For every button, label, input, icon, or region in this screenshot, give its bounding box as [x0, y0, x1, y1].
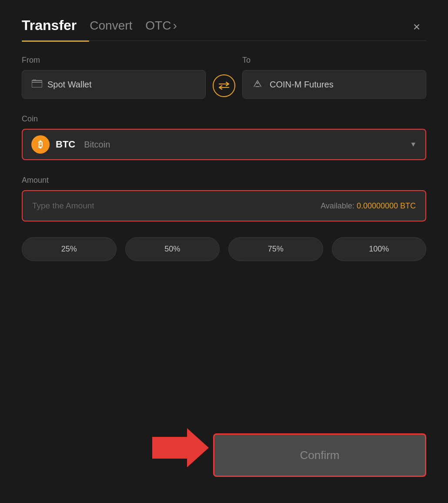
from-wallet-text: Spot Wallet — [47, 80, 92, 90]
svg-rect-1 — [33, 80, 36, 81]
to-section: To COIN-M Futures — [242, 56, 426, 99]
coin-section: Coin ₿ BTC Bitcoin ▼ — [22, 114, 426, 160]
amount-section: Amount Available: 0.00000000 BTC — [22, 176, 426, 221]
otc-chevron-icon: › — [173, 19, 177, 33]
coin-dropdown[interactable]: ₿ BTC Bitcoin ▼ — [22, 129, 426, 160]
percent-50-button[interactable]: 50% — [125, 237, 220, 261]
to-wallet-box[interactable]: COIN-M Futures — [242, 70, 426, 99]
confirm-button[interactable]: Confirm — [213, 433, 426, 477]
percent-25-button[interactable]: 25% — [22, 237, 117, 261]
arrow-indicator — [152, 428, 209, 469]
from-label: From — [22, 56, 206, 65]
tab-transfer[interactable]: Transfer — [22, 17, 77, 34]
wallet-icon — [32, 80, 42, 90]
svg-marker-3 — [152, 428, 209, 467]
svg-rect-0 — [32, 80, 42, 87]
tab-underline-row — [22, 40, 426, 42]
coin-label: Coin — [22, 114, 38, 123]
percent-75-button[interactable]: 75% — [228, 237, 323, 261]
tab-otc[interactable]: OTC › — [145, 19, 177, 33]
amount-label: Amount — [22, 176, 49, 184]
header: Transfer Convert OTC › × — [22, 17, 426, 34]
amount-box: Available: 0.00000000 BTC — [22, 190, 426, 221]
btc-name: Bitcoin — [84, 140, 110, 150]
chevron-down-icon: ▼ — [410, 141, 417, 148]
to-label: To — [242, 56, 426, 65]
futures-icon — [252, 79, 263, 91]
tab-underline-active — [22, 40, 89, 42]
from-section: From Spot Wallet — [22, 56, 206, 99]
btc-icon: ₿ — [31, 135, 50, 154]
available-text: Available: 0.00000000 BTC — [321, 201, 416, 211]
tab-convert[interactable]: Convert — [90, 19, 132, 33]
bottom-area: Confirm — [22, 433, 426, 477]
to-wallet-text: COIN-M Futures — [270, 80, 334, 90]
close-button[interactable]: × — [407, 17, 426, 37]
swap-btn-container — [206, 74, 242, 99]
svg-point-2 — [257, 82, 258, 84]
percent-100-button[interactable]: 100% — [332, 237, 427, 261]
swap-button[interactable] — [213, 74, 235, 97]
btc-symbol: BTC — [56, 139, 75, 150]
amount-input[interactable] — [32, 201, 316, 211]
from-wallet-box[interactable]: Spot Wallet — [22, 70, 206, 99]
available-amount: 0.00000000 BTC — [357, 201, 416, 210]
percent-row: 25% 50% 75% 100% — [22, 237, 426, 261]
transfer-modal: Transfer Convert OTC › × From Spot — [0, 0, 448, 503]
from-to-row: From Spot Wallet — [22, 56, 426, 99]
